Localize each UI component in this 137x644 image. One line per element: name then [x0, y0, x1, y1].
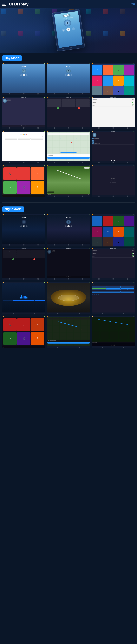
- night-bt-prev[interactable]: ⏮: [66, 276, 67, 278]
- google-search-bar[interactable]: [5, 136, 43, 137]
- dial-star[interactable]: *: [48, 105, 61, 107]
- night-app-9[interactable]: ≡: [92, 237, 102, 246]
- cp-music[interactable]: ♪: [17, 167, 30, 180]
- social-play[interactable]: ▶: [113, 160, 114, 161]
- next-btn-1[interactable]: ⏭: [26, 74, 28, 76]
- app-icon-maps[interactable]: 🗺: [92, 65, 102, 75]
- night-call-accept[interactable]: 📞: [12, 258, 14, 260]
- night-bt-next[interactable]: ⏭: [70, 276, 71, 278]
- dial-1[interactable]: 1: [48, 99, 61, 101]
- top-menu-icon[interactable]: [132, 4, 135, 5]
- night-cp-music[interactable]: ♪: [17, 318, 30, 331]
- night-next-1[interactable]: ⏭: [26, 225, 28, 227]
- auto-answer-toggle[interactable]: [132, 102, 134, 103]
- night-auto-answer-toggle[interactable]: [132, 253, 134, 254]
- cp-appstore[interactable]: Å: [31, 181, 44, 194]
- cp-maps[interactable]: 🗺: [3, 181, 17, 194]
- track-item-2[interactable]: 华茂_好好mp4: [92, 140, 134, 142]
- dial-hash[interactable]: #: [76, 105, 90, 107]
- np-play[interactable]: ▶: [113, 180, 114, 181]
- shortcut-1[interactable]: [5, 138, 17, 140]
- night-dial-5[interactable]: 5: [17, 252, 31, 254]
- app-icon-extra5[interactable]: ★: [124, 86, 134, 96]
- night-app-5[interactable]: ✈: [92, 226, 102, 237]
- power-toggle[interactable]: [132, 105, 134, 106]
- progress-bar[interactable]: [97, 135, 134, 135]
- dial-2[interactable]: 2: [62, 99, 75, 101]
- app-icon-settings[interactable]: ⚙: [124, 65, 134, 75]
- night-dial-star[interactable]: *: [3, 256, 17, 258]
- social-next[interactable]: ⏭: [114, 160, 116, 161]
- cp-phone[interactable]: 📞: [3, 167, 17, 180]
- night-next-2[interactable]: ⏭: [70, 225, 72, 227]
- app-icon-telegram[interactable]: ✈: [92, 76, 102, 86]
- auto-connect-toggle[interactable]: [132, 104, 134, 104]
- night-cp-spotify[interactable]: 🎵: [17, 332, 30, 345]
- night-power-toggle[interactable]: [132, 256, 134, 257]
- go-button[interactable]: GO: [48, 157, 90, 158]
- track-item-1[interactable]: 华茂_好好mp4: [92, 137, 134, 140]
- night-app-1[interactable]: 🗺: [92, 216, 102, 226]
- prev-button[interactable]: ⏮: [62, 29, 65, 32]
- dial-6[interactable]: 6: [76, 101, 90, 103]
- shortcut-2[interactable]: [18, 138, 30, 140]
- night-dial-6[interactable]: 6: [31, 252, 45, 254]
- app-icon-phone[interactable]: 📞: [113, 65, 124, 75]
- prev-btn-1[interactable]: ⏮: [20, 74, 22, 76]
- night-app-11[interactable]: 📱: [113, 237, 124, 246]
- app-icon-extra2[interactable]: ≡: [92, 86, 102, 96]
- night-app-10[interactable]: ⚡: [103, 237, 113, 246]
- dial-3[interactable]: 3: [76, 99, 90, 101]
- np-prev[interactable]: ⏮: [111, 180, 112, 181]
- night-cp-phone[interactable]: 📞: [3, 318, 17, 331]
- prev-btn-2[interactable]: ⏮: [65, 74, 66, 76]
- track-item-3[interactable]: 华茂_好好_II.mp3: [92, 142, 134, 144]
- night-app-8[interactable]: +: [124, 226, 134, 237]
- night-dial-hash[interactable]: #: [31, 256, 45, 258]
- night-app-2[interactable]: ♪: [103, 216, 113, 226]
- social-prev[interactable]: ⏮: [111, 160, 112, 161]
- bt-play[interactable]: ⏸: [23, 125, 24, 126]
- dial-9[interactable]: 9: [76, 103, 90, 105]
- play-btn-2[interactable]: ⏸: [68, 74, 70, 76]
- app-icon-extra[interactable]: +: [124, 76, 134, 86]
- road-btn-2[interactable]: GPS: [94, 294, 95, 295]
- night-go-button[interactable]: GO: [48, 342, 90, 344]
- night-app-7[interactable]: W: [113, 226, 124, 237]
- road-btn-3[interactable]: NAV: [96, 294, 97, 295]
- hamburger-icon[interactable]: [2, 2, 7, 7]
- night-map-search[interactable]: Sunny Coffee Modern Restaurant: [48, 318, 90, 320]
- dial-8[interactable]: 8: [62, 103, 75, 105]
- night-call-end[interactable]: ✕: [34, 258, 35, 260]
- app-icon-music[interactable]: ♪: [103, 65, 113, 75]
- night-auto-connect-toggle[interactable]: [132, 255, 134, 256]
- night-cp-podcasts[interactable]: 🎙: [31, 318, 44, 331]
- night-cp-maps[interactable]: 🗺: [3, 332, 17, 345]
- call-accept[interactable]: 📞: [57, 107, 59, 109]
- night-app-12[interactable]: ★: [124, 237, 134, 246]
- shortcut-3[interactable]: [30, 138, 43, 140]
- bt-next[interactable]: ⏭: [25, 125, 26, 126]
- night-dial-0[interactable]: 0: [17, 256, 31, 258]
- dial-5[interactable]: 5: [62, 101, 75, 103]
- night-prev-1[interactable]: ⏮: [20, 225, 22, 227]
- night-app-3[interactable]: 📞: [113, 216, 124, 226]
- night-dial-1[interactable]: 1: [3, 250, 17, 252]
- night-prev-2[interactable]: ⏮: [65, 225, 66, 227]
- dial-0[interactable]: 0: [62, 105, 75, 107]
- dial-7[interactable]: 7: [48, 103, 61, 105]
- night-dial-3[interactable]: 3: [31, 250, 45, 252]
- play-button[interactable]: ⏸: [66, 27, 70, 32]
- night-app-4[interactable]: ⚙: [124, 216, 134, 226]
- cp-spotify[interactable]: 🎵: [17, 181, 30, 194]
- app-icon-bt[interactable]: BT: [103, 76, 113, 86]
- night-play-2[interactable]: ⏸: [68, 225, 70, 227]
- night-dial-8[interactable]: 8: [17, 254, 31, 256]
- dial-4[interactable]: 4: [48, 101, 61, 103]
- night-dial-2[interactable]: 2: [17, 250, 31, 252]
- app-icon-extra4[interactable]: 📱: [113, 86, 124, 96]
- night-np-prev[interactable]: ⏮: [111, 345, 112, 346]
- night-dial-7[interactable]: 7: [3, 254, 17, 256]
- road-btn-4[interactable]: MAP: [98, 294, 100, 295]
- app-icon-extra3[interactable]: ⚡: [103, 86, 113, 96]
